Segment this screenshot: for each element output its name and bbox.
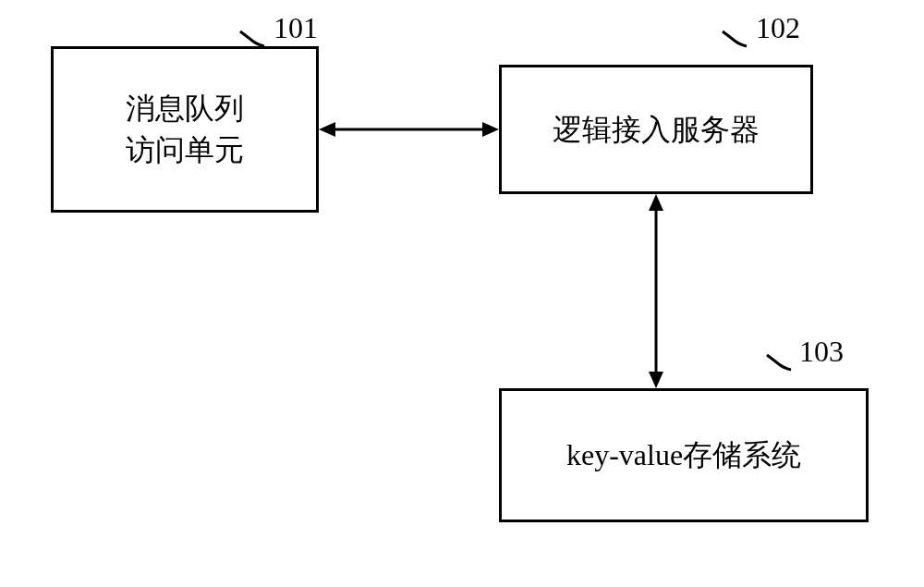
svg-marker-5 <box>649 372 663 388</box>
box-102-label: 逻辑接入服务器 <box>553 109 760 151</box>
double-arrow-horizontal-icon <box>319 118 499 141</box>
box-message-queue-access-unit: 消息队列 访问单元 <box>51 46 319 213</box>
tick-mark-icon <box>238 30 266 48</box>
svg-marker-1 <box>319 122 335 137</box>
box-101-line1: 消息队列 <box>126 88 244 129</box>
svg-marker-2 <box>482 122 499 137</box>
box-101-content: 消息队列 访问单元 <box>126 88 244 171</box>
svg-marker-4 <box>649 194 663 211</box>
tick-mark-icon <box>765 353 793 372</box>
box-103-label: key-value存储系统 <box>566 434 801 476</box>
box-key-value-storage-system: key-value存储系统 <box>499 388 869 522</box>
box-101-number: 101 <box>274 11 318 45</box>
double-arrow-vertical-icon <box>645 194 667 388</box>
tick-mark-icon <box>721 30 748 48</box>
box-101-line2: 访问单元 <box>126 129 244 171</box>
box-logic-access-server: 逻辑接入服务器 <box>499 65 813 194</box>
box-102-number: 102 <box>756 11 800 45</box>
box-103-number: 103 <box>799 335 844 369</box>
